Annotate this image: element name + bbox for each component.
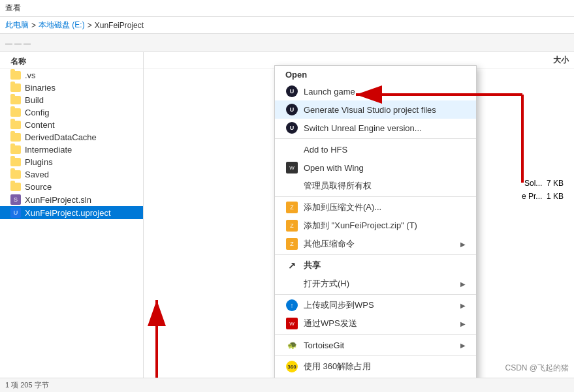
submenu-arrow: ▶ — [460, 342, 466, 349]
list-item-selected[interactable]: U XunFeiProject.uproject — [0, 206, 143, 219]
list-item[interactable]: Plugins — [0, 156, 143, 168]
list-item[interactable]: .vs — [0, 69, 143, 82]
360-yellow-icon: 360 — [285, 360, 298, 373]
ctx-item-send-wps[interactable]: W 通过WPS发送 ▶ — [275, 314, 476, 333]
list-item[interactable]: Source — [0, 181, 143, 193]
zip-icon: Z — [285, 201, 298, 214]
list-item[interactable]: Intermediate — [0, 143, 143, 156]
ctx-item-add-hfs[interactable]: Add to HFS — [275, 140, 476, 158]
wing-icon: W — [285, 161, 298, 174]
file-name: XunFeiProject.uproject — [25, 208, 111, 218]
ctx-item-generate-vs[interactable]: U Generate Visual Studio project files — [275, 100, 476, 119]
ctx-label: Open with Wing — [304, 163, 364, 173]
zip-icon-3: Z — [285, 237, 298, 250]
ctx-label: 管理员取得所有权 — [304, 180, 372, 192]
ctx-divider — [275, 254, 476, 255]
ctx-item-360-delete[interactable]: 360 使用 360强力删除 — [275, 376, 476, 378]
folder-icon — [10, 183, 21, 191]
file-name: Plugins — [25, 157, 53, 167]
folder-icon — [10, 121, 21, 129]
ctx-label: 其他压缩命令 — [304, 238, 355, 250]
ctx-divider — [275, 196, 476, 197]
ctx-share-header: ↗ 共享 — [275, 256, 476, 275]
folder-icon — [10, 71, 21, 80]
context-menu: Open U Launch game U Generate Visual Stu… — [274, 65, 477, 378]
breadcrumb-sep-2: > — [88, 21, 92, 30]
ctx-label: 添加到压缩文件(A)... — [304, 202, 381, 213]
ctx-item-other-zip[interactable]: Z 其他压缩命令 ▶ — [275, 235, 476, 253]
watermark: CSDN @飞起的猪 — [505, 363, 569, 374]
ctx-item-admin-own[interactable]: 管理员取得所有权 — [275, 177, 476, 195]
ctx-label: 通过WPS发送 — [304, 318, 357, 329]
ctx-item-switch-ue[interactable]: U Switch Unreal Engine version... — [275, 119, 476, 137]
list-item[interactable]: Binaries — [0, 82, 143, 94]
list-item[interactable]: Content — [0, 119, 143, 131]
status-item-count: 1 项 205 字节 — [5, 380, 49, 390]
folder-icon — [10, 158, 21, 166]
submenu-arrow: ▶ — [460, 302, 466, 309]
ctx-item-add-zip-a[interactable]: Z 添加到压缩文件(A)... — [275, 198, 476, 217]
ctx-divider — [275, 334, 476, 335]
ctx-item-open-with[interactable]: 打开方式(H) ▶ — [275, 275, 476, 293]
folder-icon — [10, 145, 21, 154]
ue-icon-3: U — [285, 121, 298, 134]
ctx-open-header: Open — [275, 66, 476, 82]
sln-size: Sol... 7 KB — [524, 179, 564, 188]
admin-icon — [285, 179, 298, 192]
submenu-arrow: ▶ — [460, 320, 466, 327]
uproject-icon: U — [10, 207, 21, 218]
list-item[interactable]: DerivedDataCache — [0, 131, 143, 143]
file-list-header: 名称 — [0, 55, 143, 69]
file-list: 名称 .vs Binaries Build Config — [0, 52, 144, 378]
ctx-label: 上传或同步到WPS — [304, 299, 374, 311]
ctx-item-upload-wps[interactable]: ↑ 上传或同步到WPS ▶ — [275, 296, 476, 314]
breadcrumb-part-2[interactable]: 本地磁盘 (E:) — [39, 20, 85, 31]
title-bar: 查看 — [0, 0, 574, 17]
ctx-label: 共享 — [304, 260, 321, 271]
ctx-item-tortoise-git[interactable]: 🐢 TortoiseGit ▶ — [275, 336, 476, 354]
ctx-label: Launch game — [304, 87, 355, 97]
file-name: Config — [25, 108, 50, 117]
folder-icon — [10, 108, 21, 117]
ctx-item-launch-game[interactable]: U Launch game — [275, 82, 476, 100]
submenu-arrow: ▶ — [460, 241, 466, 248]
ctx-label: 使用 360解除占用 — [304, 361, 371, 372]
ue-icon-2: U — [285, 103, 298, 116]
toolbar-placeholder: — — — — [5, 39, 31, 47]
blank-icon-2 — [285, 277, 298, 290]
breadcrumb-part-1[interactable]: 此电脑 — [5, 20, 29, 31]
ctx-divider — [275, 294, 476, 295]
zip-icon-2: Z — [285, 219, 298, 232]
list-item[interactable]: Build — [0, 94, 143, 106]
tortoise-git-icon: 🐢 — [285, 339, 298, 352]
file-name: DerivedDataCache — [25, 132, 97, 142]
file-name: Saved — [25, 170, 49, 179]
list-item[interactable]: Config — [0, 106, 143, 119]
file-name: XunFeiProject.sln — [25, 195, 91, 205]
submenu-arrow: ▶ — [460, 280, 466, 288]
ctx-item-360-unlock[interactable]: 360 使用 360解除占用 — [275, 357, 476, 376]
status-bar: 1 项 205 字节 — [0, 378, 574, 392]
ctx-label: 添加到 "XunFeiProject.zip" (T) — [304, 220, 417, 232]
breadcrumb-part-3: XunFeiProject — [95, 21, 144, 30]
col-name: 名称 — [10, 56, 26, 67]
ctx-divider — [275, 138, 476, 139]
right-panel: 大小 Sol... 7 KB e Pr... 1 KB Open — [144, 52, 574, 378]
sln-icon: S — [10, 194, 21, 205]
wps-icon: W — [285, 317, 298, 330]
list-item[interactable]: S XunFeiProject.sln — [0, 193, 143, 206]
breadcrumb[interactable]: 此电脑 > 本地磁盘 (E:) > XunFeiProject — [0, 17, 574, 34]
folder-icon — [10, 170, 21, 179]
ctx-label: 打开方式(H) — [304, 278, 349, 290]
folder-icon — [10, 96, 21, 104]
file-name: .vs — [25, 70, 36, 80]
title-text: 查看 — [5, 3, 21, 14]
upload-icon: ↑ — [285, 299, 298, 312]
ue-icon: U — [285, 85, 298, 98]
ctx-item-add-zip-name[interactable]: Z 添加到 "XunFeiProject.zip" (T) — [275, 217, 476, 235]
ctx-item-open-wing[interactable]: W Open with Wing — [275, 158, 476, 177]
file-name: Content — [25, 120, 55, 130]
blank-icon — [285, 143, 298, 156]
list-item[interactable]: Saved — [0, 168, 143, 181]
file-name: Intermediate — [25, 145, 72, 155]
